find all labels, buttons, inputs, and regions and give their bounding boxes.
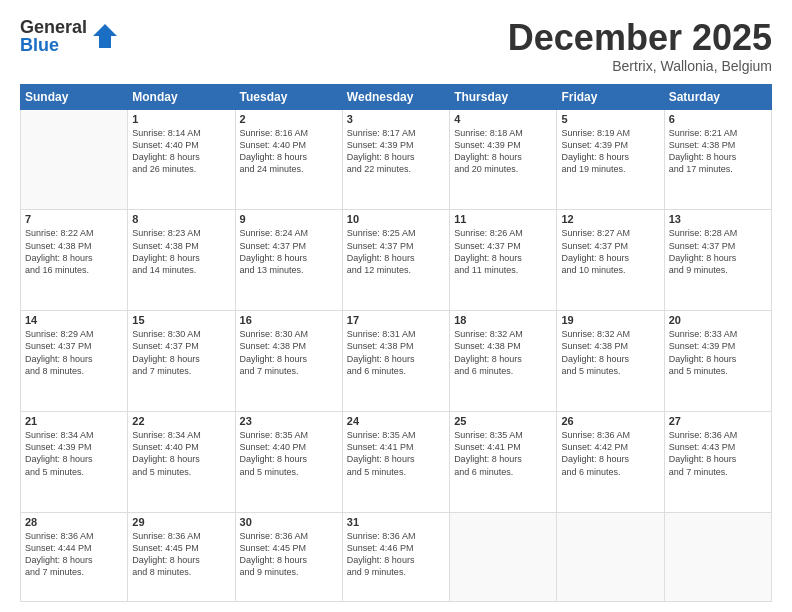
- day-number: 4: [454, 113, 552, 125]
- calendar-cell: 23Sunrise: 8:35 AMSunset: 4:40 PMDayligh…: [235, 412, 342, 513]
- week-row-5: 28Sunrise: 8:36 AMSunset: 4:44 PMDayligh…: [21, 512, 772, 601]
- cell-info: Sunrise: 8:24 AMSunset: 4:37 PMDaylight:…: [240, 227, 338, 276]
- calendar-cell: [664, 512, 771, 601]
- week-row-1: 1Sunrise: 8:14 AMSunset: 4:40 PMDaylight…: [21, 109, 772, 210]
- day-number: 20: [669, 314, 767, 326]
- calendar-cell: 8Sunrise: 8:23 AMSunset: 4:38 PMDaylight…: [128, 210, 235, 311]
- cell-info: Sunrise: 8:34 AMSunset: 4:39 PMDaylight:…: [25, 429, 123, 478]
- logo-blue: Blue: [20, 36, 87, 54]
- day-number: 25: [454, 415, 552, 427]
- calendar-cell: 19Sunrise: 8:32 AMSunset: 4:38 PMDayligh…: [557, 311, 664, 412]
- calendar-cell: 26Sunrise: 8:36 AMSunset: 4:42 PMDayligh…: [557, 412, 664, 513]
- logo: General Blue: [20, 18, 119, 54]
- day-number: 23: [240, 415, 338, 427]
- cell-info: Sunrise: 8:23 AMSunset: 4:38 PMDaylight:…: [132, 227, 230, 276]
- calendar-table: Sunday Monday Tuesday Wednesday Thursday…: [20, 84, 772, 602]
- calendar-cell: 3Sunrise: 8:17 AMSunset: 4:39 PMDaylight…: [342, 109, 449, 210]
- calendar-cell: 25Sunrise: 8:35 AMSunset: 4:41 PMDayligh…: [450, 412, 557, 513]
- day-number: 31: [347, 516, 445, 528]
- col-monday: Monday: [128, 84, 235, 109]
- calendar-cell: 7Sunrise: 8:22 AMSunset: 4:38 PMDaylight…: [21, 210, 128, 311]
- header: General Blue December 2025 Bertrix, Wall…: [20, 18, 772, 74]
- calendar-cell: 29Sunrise: 8:36 AMSunset: 4:45 PMDayligh…: [128, 512, 235, 601]
- logo-text: General Blue: [20, 18, 87, 54]
- logo-icon: [91, 22, 119, 50]
- day-number: 29: [132, 516, 230, 528]
- day-number: 13: [669, 213, 767, 225]
- calendar-cell: [450, 512, 557, 601]
- week-row-4: 21Sunrise: 8:34 AMSunset: 4:39 PMDayligh…: [21, 412, 772, 513]
- calendar-cell: 24Sunrise: 8:35 AMSunset: 4:41 PMDayligh…: [342, 412, 449, 513]
- cell-info: Sunrise: 8:26 AMSunset: 4:37 PMDaylight:…: [454, 227, 552, 276]
- week-row-3: 14Sunrise: 8:29 AMSunset: 4:37 PMDayligh…: [21, 311, 772, 412]
- cell-info: Sunrise: 8:32 AMSunset: 4:38 PMDaylight:…: [561, 328, 659, 377]
- day-number: 3: [347, 113, 445, 125]
- calendar-cell: 14Sunrise: 8:29 AMSunset: 4:37 PMDayligh…: [21, 311, 128, 412]
- calendar-cell: 4Sunrise: 8:18 AMSunset: 4:39 PMDaylight…: [450, 109, 557, 210]
- cell-info: Sunrise: 8:25 AMSunset: 4:37 PMDaylight:…: [347, 227, 445, 276]
- calendar-cell: 28Sunrise: 8:36 AMSunset: 4:44 PMDayligh…: [21, 512, 128, 601]
- cell-info: Sunrise: 8:27 AMSunset: 4:37 PMDaylight:…: [561, 227, 659, 276]
- calendar-cell: 1Sunrise: 8:14 AMSunset: 4:40 PMDaylight…: [128, 109, 235, 210]
- day-number: 2: [240, 113, 338, 125]
- col-sunday: Sunday: [21, 84, 128, 109]
- calendar-cell: 20Sunrise: 8:33 AMSunset: 4:39 PMDayligh…: [664, 311, 771, 412]
- calendar-cell: [21, 109, 128, 210]
- day-number: 15: [132, 314, 230, 326]
- cell-info: Sunrise: 8:16 AMSunset: 4:40 PMDaylight:…: [240, 127, 338, 176]
- calendar-cell: [557, 512, 664, 601]
- calendar-cell: 21Sunrise: 8:34 AMSunset: 4:39 PMDayligh…: [21, 412, 128, 513]
- day-number: 21: [25, 415, 123, 427]
- col-wednesday: Wednesday: [342, 84, 449, 109]
- cell-info: Sunrise: 8:17 AMSunset: 4:39 PMDaylight:…: [347, 127, 445, 176]
- cell-info: Sunrise: 8:21 AMSunset: 4:38 PMDaylight:…: [669, 127, 767, 176]
- calendar-cell: 15Sunrise: 8:30 AMSunset: 4:37 PMDayligh…: [128, 311, 235, 412]
- day-number: 30: [240, 516, 338, 528]
- calendar-cell: 22Sunrise: 8:34 AMSunset: 4:40 PMDayligh…: [128, 412, 235, 513]
- cell-info: Sunrise: 8:22 AMSunset: 4:38 PMDaylight:…: [25, 227, 123, 276]
- svg-marker-0: [93, 24, 117, 48]
- day-number: 18: [454, 314, 552, 326]
- cell-info: Sunrise: 8:18 AMSunset: 4:39 PMDaylight:…: [454, 127, 552, 176]
- cell-info: Sunrise: 8:36 AMSunset: 4:42 PMDaylight:…: [561, 429, 659, 478]
- day-number: 1: [132, 113, 230, 125]
- calendar-cell: 31Sunrise: 8:36 AMSunset: 4:46 PMDayligh…: [342, 512, 449, 601]
- col-thursday: Thursday: [450, 84, 557, 109]
- title-block: December 2025 Bertrix, Wallonia, Belgium: [508, 18, 772, 74]
- day-number: 8: [132, 213, 230, 225]
- day-number: 14: [25, 314, 123, 326]
- cell-info: Sunrise: 8:31 AMSunset: 4:38 PMDaylight:…: [347, 328, 445, 377]
- col-tuesday: Tuesday: [235, 84, 342, 109]
- calendar-cell: 27Sunrise: 8:36 AMSunset: 4:43 PMDayligh…: [664, 412, 771, 513]
- header-row: Sunday Monday Tuesday Wednesday Thursday…: [21, 84, 772, 109]
- cell-info: Sunrise: 8:36 AMSunset: 4:45 PMDaylight:…: [132, 530, 230, 579]
- day-number: 16: [240, 314, 338, 326]
- cell-info: Sunrise: 8:19 AMSunset: 4:39 PMDaylight:…: [561, 127, 659, 176]
- page: General Blue December 2025 Bertrix, Wall…: [0, 0, 792, 612]
- calendar-cell: 16Sunrise: 8:30 AMSunset: 4:38 PMDayligh…: [235, 311, 342, 412]
- calendar-cell: 30Sunrise: 8:36 AMSunset: 4:45 PMDayligh…: [235, 512, 342, 601]
- calendar-cell: 9Sunrise: 8:24 AMSunset: 4:37 PMDaylight…: [235, 210, 342, 311]
- cell-info: Sunrise: 8:32 AMSunset: 4:38 PMDaylight:…: [454, 328, 552, 377]
- day-number: 27: [669, 415, 767, 427]
- calendar-cell: 11Sunrise: 8:26 AMSunset: 4:37 PMDayligh…: [450, 210, 557, 311]
- day-number: 17: [347, 314, 445, 326]
- calendar-cell: 6Sunrise: 8:21 AMSunset: 4:38 PMDaylight…: [664, 109, 771, 210]
- cell-info: Sunrise: 8:30 AMSunset: 4:38 PMDaylight:…: [240, 328, 338, 377]
- day-number: 19: [561, 314, 659, 326]
- cell-info: Sunrise: 8:29 AMSunset: 4:37 PMDaylight:…: [25, 328, 123, 377]
- cell-info: Sunrise: 8:36 AMSunset: 4:43 PMDaylight:…: [669, 429, 767, 478]
- cell-info: Sunrise: 8:35 AMSunset: 4:41 PMDaylight:…: [347, 429, 445, 478]
- cell-info: Sunrise: 8:34 AMSunset: 4:40 PMDaylight:…: [132, 429, 230, 478]
- col-friday: Friday: [557, 84, 664, 109]
- day-number: 6: [669, 113, 767, 125]
- week-row-2: 7Sunrise: 8:22 AMSunset: 4:38 PMDaylight…: [21, 210, 772, 311]
- day-number: 5: [561, 113, 659, 125]
- calendar-cell: 12Sunrise: 8:27 AMSunset: 4:37 PMDayligh…: [557, 210, 664, 311]
- cell-info: Sunrise: 8:36 AMSunset: 4:46 PMDaylight:…: [347, 530, 445, 579]
- day-number: 9: [240, 213, 338, 225]
- col-saturday: Saturday: [664, 84, 771, 109]
- calendar-cell: 10Sunrise: 8:25 AMSunset: 4:37 PMDayligh…: [342, 210, 449, 311]
- calendar-cell: 13Sunrise: 8:28 AMSunset: 4:37 PMDayligh…: [664, 210, 771, 311]
- day-number: 12: [561, 213, 659, 225]
